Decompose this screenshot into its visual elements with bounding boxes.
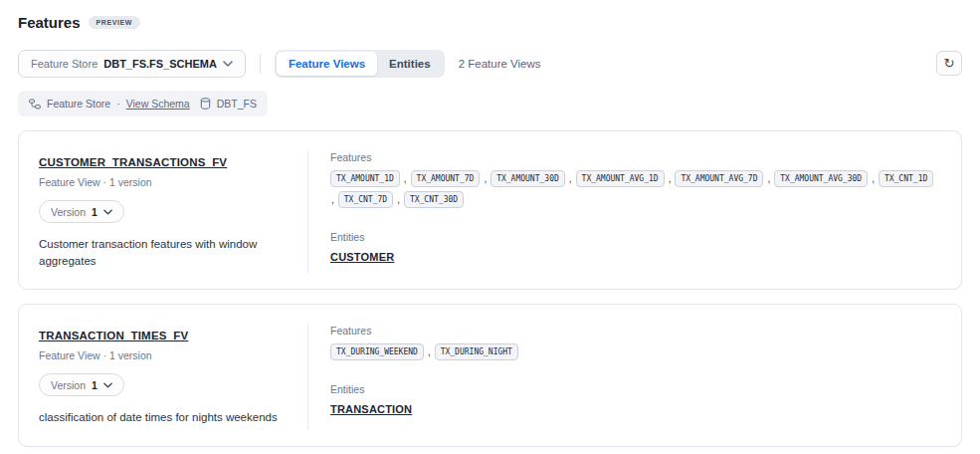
entities-label: Entities	[330, 383, 941, 395]
features-chip-list: TX_DURING_WEEKEND,TX_DURING_NIGHT	[330, 343, 941, 360]
feature-chip: TX_AMOUNT_AVG_30D	[774, 170, 868, 187]
version-selector[interactable]: Version 1	[39, 200, 124, 223]
feature-store-label: Feature Store	[31, 58, 98, 70]
feature-store-selector[interactable]: Feature Store DBT_FS.FS_SCHEMA	[18, 50, 246, 78]
chip-separator: ,	[569, 173, 572, 184]
features-chip-list: TX_AMOUNT_1D,TX_AMOUNT_7D,TX_AMOUNT_30D,…	[330, 170, 941, 208]
feature-chip: TX_AMOUNT_30D	[490, 170, 565, 187]
breadcrumb-database-name: DBT_FS	[217, 98, 257, 110]
feature-view-subtitle: Feature View · 1 version	[39, 349, 284, 361]
breadcrumb-store-label: Feature Store	[47, 98, 110, 110]
database-icon	[200, 98, 211, 110]
version-value: 1	[92, 206, 98, 218]
breadcrumb-row: Feature Store · View Schema DBT_FS	[0, 91, 980, 116]
card-summary: TRANSACTION_TIMES_FV Feature View · 1 ve…	[19, 305, 307, 446]
toolbar-divider	[260, 54, 261, 74]
tab-entities[interactable]: Entities	[377, 52, 443, 76]
feature-view-card: TRANSACTION_TIMES_FV Feature View · 1 ve…	[18, 304, 962, 447]
page-header: Features PREVIEW	[0, 0, 980, 31]
feature-store-value: DBT_FS.FS_SCHEMA	[103, 58, 217, 70]
feature-store-icon	[29, 99, 41, 110]
chip-separator: ,	[669, 173, 672, 184]
chevron-down-icon	[103, 382, 112, 388]
feature-chip: TX_CNT_1D	[879, 170, 933, 187]
feature-views-count: 2 Feature Views	[459, 58, 541, 70]
entity-link[interactable]: TRANSACTION	[330, 403, 412, 415]
version-value: 1	[92, 379, 98, 391]
feature-chip: TX_DURING_WEEKEND	[330, 343, 424, 360]
feature-chip: TX_CNT_30D	[404, 191, 464, 208]
chip-separator: ,	[428, 346, 431, 357]
view-schema-link[interactable]: View Schema	[126, 98, 190, 110]
chip-separator: ,	[484, 173, 487, 184]
breadcrumb: Feature Store · View Schema DBT_FS	[18, 91, 268, 116]
preview-badge: PREVIEW	[89, 16, 140, 29]
feature-chip: TX_AMOUNT_AVG_1D	[576, 170, 665, 187]
feature-chip: TX_CNT_7D	[338, 191, 393, 208]
chip-separator: ,	[767, 173, 770, 184]
feature-view-card: CUSTOMER_TRANSACTIONS_FV Feature View · …	[18, 130, 962, 290]
toolbar: Feature Store DBT_FS.FS_SCHEMA Feature V…	[0, 50, 980, 78]
feature-view-subtitle: Feature View · 1 version	[39, 176, 284, 188]
chip-separator: ,	[397, 194, 400, 205]
entities-label: Entities	[330, 231, 941, 243]
feature-chip: TX_DURING_NIGHT	[435, 343, 518, 360]
view-tabs: Feature Views Entities	[275, 50, 445, 78]
feature-view-description: classification of date times for nights …	[39, 409, 284, 426]
version-label: Version	[51, 379, 86, 391]
entity-link[interactable]: CUSTOMER	[330, 251, 394, 263]
refresh-button[interactable]: ↻	[936, 51, 962, 76]
version-label: Version	[51, 206, 86, 218]
feature-chip: TX_AMOUNT_1D	[330, 170, 400, 187]
feature-chip: TX_AMOUNT_7D	[411, 170, 481, 187]
chip-separator: ,	[331, 194, 334, 205]
card-summary: CUSTOMER_TRANSACTIONS_FV Feature View · …	[19, 131, 307, 289]
refresh-icon: ↻	[944, 57, 955, 70]
feature-chip: TX_AMOUNT_AVG_7D	[675, 170, 763, 187]
page-title: Features	[18, 14, 81, 31]
card-details: Features TX_AMOUNT_1D,TX_AMOUNT_7D,TX_AM…	[307, 150, 961, 273]
breadcrumb-separator: ·	[116, 98, 120, 110]
chevron-down-icon	[103, 209, 112, 215]
feature-view-description: Customer transaction features with windo…	[39, 236, 284, 269]
features-label: Features	[330, 325, 941, 337]
chevron-down-icon	[223, 61, 233, 67]
chip-separator: ,	[404, 173, 407, 184]
version-selector[interactable]: Version 1	[39, 373, 124, 396]
feature-view-title-link[interactable]: TRANSACTION_TIMES_FV	[39, 330, 188, 341]
card-details: Features TX_DURING_WEEKEND,TX_DURING_NIG…	[307, 324, 961, 430]
feature-view-title-link[interactable]: CUSTOMER_TRANSACTIONS_FV	[39, 156, 227, 168]
tab-feature-views[interactable]: Feature Views	[277, 52, 377, 76]
features-label: Features	[330, 151, 941, 163]
chip-separator: ,	[872, 173, 875, 184]
